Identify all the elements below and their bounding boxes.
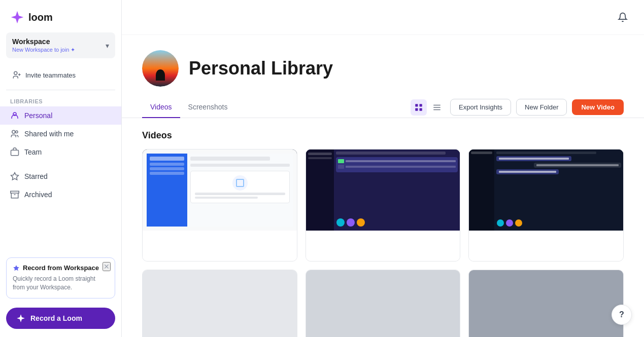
- sidebar-item-starred[interactable]: Starred: [0, 167, 121, 185]
- notification-bell-button[interactable]: [614, 8, 632, 26]
- star-icon: [10, 172, 19, 181]
- workspace-join: New Workspace to join ✦: [12, 47, 75, 53]
- loom-record-icon: [16, 314, 25, 323]
- svg-rect-6: [11, 191, 19, 193]
- svg-point-0: [14, 71, 17, 74]
- svg-point-2: [12, 130, 15, 133]
- sidebar-spacer: [0, 204, 121, 252]
- video-card-info: [143, 231, 297, 261]
- sidebar-item-personal-label: Personal: [24, 111, 52, 120]
- video-thumbnail: [469, 270, 623, 337]
- grid-icon: [414, 103, 423, 112]
- invite-icon: [12, 70, 21, 80]
- workspace-info: Workspace New Workspace to join ✦: [12, 38, 75, 53]
- tab-videos[interactable]: Videos: [142, 97, 180, 118]
- svg-rect-12: [420, 108, 422, 110]
- sidebar-divider: [6, 90, 115, 90]
- sidebar: loom Workspace New Workspace to join ✦ ▾…: [0, 0, 122, 337]
- record-from-workspace-card: ✕ Record from Workspace Quickly record a…: [6, 257, 115, 298]
- invite-teammates-button[interactable]: Invite teammates: [6, 66, 115, 84]
- sidebar-item-shared[interactable]: Shared with me: [0, 125, 121, 143]
- videos-section: Videos: [122, 118, 644, 337]
- video-card[interactable]: [306, 270, 461, 337]
- list-view-button[interactable]: [429, 99, 445, 116]
- record-loom-button[interactable]: Record a Loom: [6, 308, 115, 329]
- workspace-name: Workspace: [12, 38, 75, 46]
- content-area: Personal Library Videos Screenshots: [122, 35, 644, 337]
- team-icon: [10, 147, 19, 157]
- video-card[interactable]: [468, 149, 624, 261]
- sidebar-item-personal[interactable]: Personal: [0, 106, 121, 125]
- profile-header: Personal Library: [122, 35, 644, 97]
- svg-marker-5: [11, 173, 19, 180]
- loom-logo-text: loom: [28, 12, 53, 23]
- archive-icon: [10, 190, 19, 199]
- svg-rect-11: [415, 108, 418, 110]
- sidebar-item-team[interactable]: Team: [0, 143, 121, 161]
- thumb-content: [143, 149, 297, 231]
- new-video-button[interactable]: New Video: [572, 99, 624, 115]
- invite-label: Invite teammates: [25, 71, 76, 79]
- svg-point-3: [16, 131, 18, 133]
- video-card[interactable]: [306, 149, 461, 261]
- help-button[interactable]: ?: [612, 305, 632, 325]
- video-thumbnail: [143, 149, 297, 231]
- record-card-description: Quickly record a Loom straight from your…: [13, 275, 109, 292]
- video-thumbnail: [306, 149, 460, 231]
- svg-rect-10: [420, 104, 422, 106]
- page-title: Personal Library: [189, 58, 333, 79]
- view-toggle: [411, 99, 445, 116]
- libraries-label: Libraries: [0, 94, 121, 106]
- sidebar-item-starred-label: Starred: [24, 172, 48, 180]
- bell-icon: [618, 12, 628, 22]
- video-card-info: [469, 231, 623, 261]
- video-card[interactable]: [468, 270, 624, 337]
- logo-area: loom: [0, 0, 121, 32]
- video-card[interactable]: [142, 270, 297, 337]
- video-card-info: [306, 231, 460, 261]
- tabs-left: Videos Screenshots: [142, 97, 235, 118]
- video-grid: [142, 149, 624, 337]
- video-thumbnail: [469, 149, 623, 231]
- record-card-title-text: Record from Workspace: [23, 264, 99, 272]
- videos-section-title: Videos: [142, 130, 624, 141]
- export-insights-button[interactable]: Export Insights: [450, 99, 511, 116]
- list-icon: [432, 103, 442, 112]
- grid-view-button[interactable]: [411, 99, 427, 116]
- workspace-selector[interactable]: Workspace New Workspace to join ✦ ▾: [6, 32, 115, 58]
- sidebar-item-team-label: Team: [24, 148, 42, 156]
- sidebar-item-archived[interactable]: Archived: [0, 185, 121, 204]
- person-icon: [10, 111, 19, 120]
- record-card-title: Record from Workspace: [13, 264, 109, 272]
- loom-logo-icon: [10, 10, 24, 24]
- tabs-bar: Videos Screenshots Export: [122, 97, 644, 118]
- svg-rect-9: [415, 104, 418, 106]
- video-thumbnail: [306, 270, 460, 337]
- svg-rect-4: [11, 150, 19, 156]
- top-bar: [122, 0, 644, 35]
- record-star-icon: [13, 265, 20, 272]
- close-card-button[interactable]: ✕: [103, 262, 111, 271]
- sidebar-item-archived-label: Archived: [24, 191, 52, 199]
- chevron-down-icon: ▾: [106, 42, 109, 50]
- sidebar-item-shared-label: Shared with me: [24, 130, 74, 138]
- spacer: [0, 161, 121, 167]
- help-label: ?: [619, 310, 624, 319]
- tabs-right: Export Insights New Folder New Video: [411, 99, 624, 116]
- video-card[interactable]: [142, 149, 297, 261]
- record-loom-label: Record a Loom: [30, 314, 82, 322]
- new-folder-button[interactable]: New Folder: [516, 99, 567, 116]
- video-thumbnail: [143, 270, 297, 337]
- svg-marker-8: [13, 265, 19, 271]
- main-content: Personal Library Videos Screenshots: [122, 0, 644, 337]
- avatar: [142, 50, 179, 87]
- workspace-section: Workspace New Workspace to join ✦ ▾: [0, 32, 121, 64]
- shared-icon: [10, 129, 19, 138]
- tab-screenshots[interactable]: Screenshots: [180, 97, 236, 118]
